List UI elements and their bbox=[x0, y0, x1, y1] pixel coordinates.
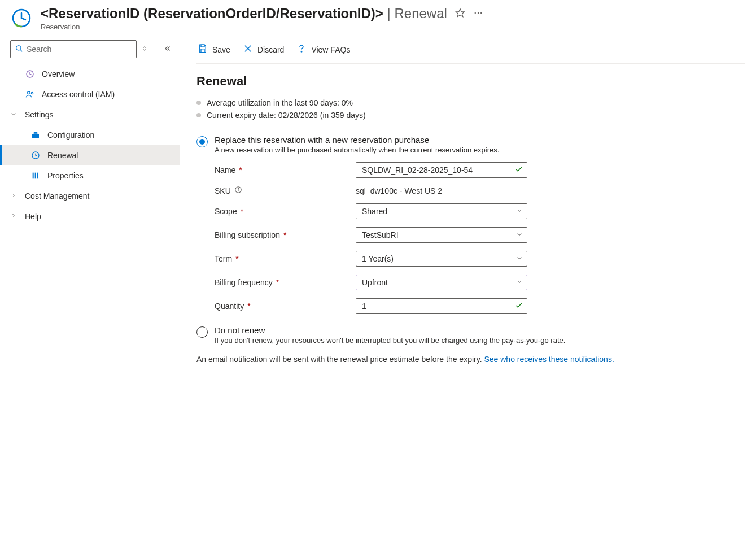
billing-sub-field[interactable]: TestSubRI bbox=[356, 227, 527, 243]
properties-icon bbox=[30, 171, 41, 181]
save-icon bbox=[198, 43, 208, 55]
nav-label: Help bbox=[25, 212, 41, 221]
label-sku: SKU bbox=[215, 186, 231, 195]
clock-icon bbox=[25, 69, 35, 79]
fact-utilization: Average utilization in the last 90 days:… bbox=[196, 97, 745, 109]
svg-point-24 bbox=[238, 188, 238, 189]
section-title: Renewal bbox=[196, 74, 745, 89]
required-asterisk: * bbox=[283, 230, 286, 239]
button-label: View FAQs bbox=[311, 45, 350, 54]
svg-line-7 bbox=[20, 49, 23, 51]
more-ellipsis-icon[interactable] bbox=[473, 8, 483, 20]
expand-collapse-icon[interactable] bbox=[139, 42, 150, 56]
clock-icon bbox=[30, 150, 41, 160]
chevron-right-icon bbox=[10, 212, 18, 221]
svg-rect-11 bbox=[32, 134, 39, 138]
sku-value: sql_dw100c - West US 2 bbox=[356, 186, 442, 195]
title-text: <ReservationID (ReservationOrderID/Reser… bbox=[41, 6, 383, 21]
people-icon bbox=[25, 89, 35, 99]
nav-label: Overview bbox=[42, 69, 75, 79]
check-icon bbox=[515, 302, 523, 311]
required-asterisk: * bbox=[235, 254, 238, 263]
question-icon bbox=[296, 43, 307, 55]
nav-help[interactable]: Help bbox=[0, 206, 180, 226]
button-label: Save bbox=[212, 45, 230, 54]
search-icon bbox=[15, 45, 23, 54]
chevron-down-icon bbox=[10, 110, 18, 119]
nav-label: Cost Management bbox=[25, 191, 89, 201]
radio-replace[interactable]: Replace this reservation with a new rese… bbox=[196, 135, 745, 314]
notifications-link[interactable]: See who receives these notifications. bbox=[484, 355, 614, 364]
required-asterisk: * bbox=[247, 302, 250, 311]
svg-rect-18 bbox=[201, 49, 204, 53]
term-field[interactable]: 1 Year(s) bbox=[356, 251, 527, 267]
svg-point-3 bbox=[474, 12, 475, 13]
svg-point-9 bbox=[28, 91, 30, 94]
check-icon bbox=[515, 165, 523, 175]
nav-overview[interactable]: Overview bbox=[0, 64, 180, 84]
view-faqs-button[interactable]: View FAQs bbox=[295, 41, 351, 58]
label-billing-sub: Billing subscription bbox=[215, 230, 280, 239]
svg-rect-14 bbox=[33, 173, 34, 179]
fact-list: Average utilization in the last 90 days:… bbox=[196, 97, 745, 121]
nav-properties[interactable]: Properties bbox=[0, 165, 180, 186]
toolbox-icon bbox=[30, 130, 41, 140]
svg-point-4 bbox=[478, 12, 479, 13]
fact-text: Current expiry date: 02/28/2026 (in 359 … bbox=[207, 111, 366, 120]
radio-button-selected-icon[interactable] bbox=[196, 136, 208, 147]
label-quantity: Quantity bbox=[215, 302, 244, 311]
page-title: <ReservationID (ReservationOrderID/Reser… bbox=[41, 6, 447, 21]
bullet-dot-icon bbox=[196, 101, 201, 105]
radio-title: Replace this reservation with a new rese… bbox=[215, 135, 499, 145]
svg-point-10 bbox=[31, 92, 33, 94]
name-field[interactable] bbox=[356, 162, 527, 178]
svg-rect-17 bbox=[201, 45, 204, 47]
nav-cost[interactable]: Cost Management bbox=[0, 186, 180, 206]
svg-point-5 bbox=[480, 12, 482, 13]
nav-configuration[interactable]: Configuration bbox=[0, 125, 180, 145]
search-input[interactable] bbox=[27, 45, 132, 54]
fact-text: Average utilization in the last 90 days:… bbox=[207, 98, 353, 107]
required-asterisk: * bbox=[239, 165, 242, 175]
chevron-right-icon bbox=[10, 191, 18, 201]
bullet-dot-icon bbox=[196, 113, 201, 117]
term-select[interactable]: 1 Year(s) bbox=[356, 251, 527, 267]
svg-marker-2 bbox=[456, 8, 464, 16]
sidebar-search[interactable] bbox=[10, 40, 137, 58]
radio-do-not-renew[interactable]: Do not renew If you don't renew, your re… bbox=[196, 325, 745, 345]
nav-settings[interactable]: Settings bbox=[0, 104, 180, 125]
svg-point-6 bbox=[16, 45, 21, 50]
required-asterisk: * bbox=[276, 278, 279, 287]
svg-rect-16 bbox=[37, 173, 38, 179]
billing-freq-select[interactable]: Upfront bbox=[356, 274, 527, 290]
label-term: Term bbox=[215, 254, 232, 263]
nav-renewal[interactable]: Renewal bbox=[0, 145, 180, 165]
sidebar: Overview Access control (IAM) Settings C… bbox=[0, 33, 180, 375]
button-label: Discard bbox=[257, 45, 284, 54]
radio-button-unselected-icon[interactable] bbox=[196, 326, 208, 338]
favorite-star-icon[interactable] bbox=[455, 8, 465, 20]
reservation-icon bbox=[11, 8, 32, 28]
svg-point-21 bbox=[301, 51, 303, 53]
billing-freq-field[interactable]: Upfront bbox=[356, 274, 527, 290]
nav-label: Access control (IAM) bbox=[42, 90, 115, 99]
nav-label: Renewal bbox=[47, 151, 78, 160]
renewal-form: Name * SKU bbox=[215, 162, 745, 314]
nav-iam[interactable]: Access control (IAM) bbox=[0, 84, 180, 104]
label-scope: Scope bbox=[215, 207, 237, 216]
billing-sub-select[interactable]: TestSubRI bbox=[356, 227, 527, 243]
scope-field[interactable]: Shared bbox=[356, 203, 527, 219]
quantity-input[interactable] bbox=[356, 298, 527, 314]
collapse-sidebar-icon[interactable] bbox=[161, 42, 174, 56]
fact-expiry: Current expiry date: 02/28/2026 (in 359 … bbox=[196, 109, 745, 121]
sku-field: sql_dw100c - West US 2 bbox=[356, 186, 527, 195]
scope-select[interactable]: Shared bbox=[356, 203, 527, 219]
quantity-field[interactable] bbox=[356, 298, 527, 314]
info-icon[interactable] bbox=[234, 186, 242, 195]
save-button[interactable]: Save bbox=[196, 41, 231, 58]
radio-desc: If you don't renew, your resources won't… bbox=[215, 336, 565, 345]
svg-rect-15 bbox=[35, 173, 36, 179]
discard-button[interactable]: Discard bbox=[242, 41, 285, 58]
name-input[interactable] bbox=[356, 162, 527, 178]
toolbar: Save Discard View FAQs bbox=[196, 38, 745, 64]
